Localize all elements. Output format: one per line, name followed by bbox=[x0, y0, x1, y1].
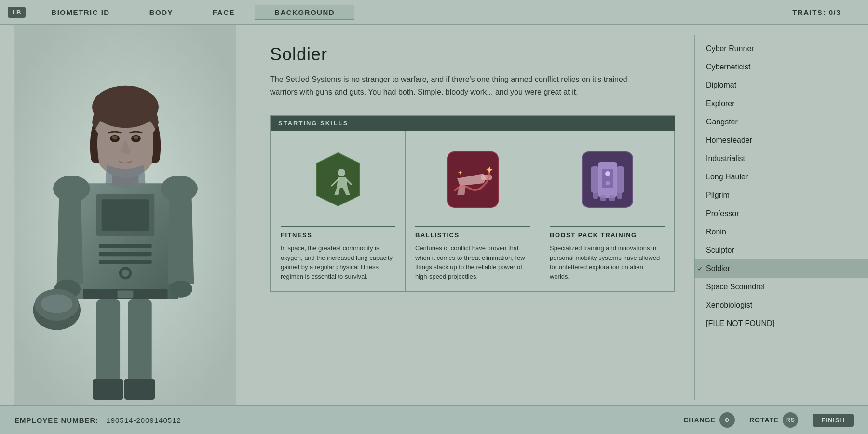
change-control[interactable]: CHANGE ⊕ bbox=[683, 412, 735, 428]
sidebar-item-label: Cyber Runner bbox=[706, 44, 754, 53]
sidebar-item-label: [FILE NOT FOUND] bbox=[706, 319, 774, 328]
sidebar-item-long-hauler[interactable]: Long Hauler bbox=[694, 168, 868, 186]
sidebar-item-label: Professor bbox=[706, 209, 739, 218]
skills-container: STARTING SKILLS bbox=[270, 115, 675, 292]
sidebar-item-ronin[interactable]: Ronin bbox=[694, 223, 868, 241]
rotate-control[interactable]: ROTATE RS bbox=[749, 412, 798, 428]
skill-desc-ballistics: Centuries of conflict have proven that w… bbox=[415, 244, 530, 281]
tab-biometric[interactable]: BIOMETRIC ID bbox=[31, 5, 129, 20]
sidebar-item-homesteader[interactable]: Homesteader bbox=[694, 131, 868, 149]
svg-point-30 bbox=[338, 169, 345, 176]
bottom-controls: CHANGE ⊕ ROTATE RS FINISH bbox=[683, 412, 854, 428]
sidebar-item-space-scoundrel[interactable]: Space Scoundrel bbox=[694, 278, 868, 296]
skill-desc-boost: Specialized training and innovations in … bbox=[550, 244, 665, 281]
sidebar-item-label: Homesteader bbox=[706, 136, 752, 145]
skill-icon-fitness bbox=[281, 141, 395, 218]
skills-header: STARTING SKILLS bbox=[271, 116, 675, 131]
sidebar-item-label: Cyberneticist bbox=[706, 63, 750, 71]
lb-button[interactable]: LB bbox=[8, 7, 26, 18]
character-portrait-area bbox=[0, 25, 251, 405]
skills-grid: FITNESS In space, the greatest commodity… bbox=[271, 131, 675, 291]
svg-rect-28 bbox=[118, 291, 134, 298]
svg-rect-11 bbox=[99, 260, 151, 264]
change-label: CHANGE bbox=[683, 416, 716, 424]
sidebar-item-label: Long Hauler bbox=[706, 173, 748, 181]
svg-rect-37 bbox=[593, 191, 598, 199]
svg-point-26 bbox=[122, 270, 129, 277]
svg-rect-9 bbox=[99, 244, 151, 248]
sidebar-item-label: Diplomat bbox=[706, 81, 736, 90]
skill-card-boost: BOOST PACK TRAINING Specialized training… bbox=[540, 131, 674, 291]
sidebar-item-label: Xenobiologist bbox=[706, 301, 752, 310]
svg-point-16 bbox=[41, 294, 73, 313]
skill-icon-boost bbox=[550, 141, 665, 218]
svg-point-23 bbox=[112, 136, 118, 140]
character-portrait bbox=[0, 25, 251, 405]
rotate-button[interactable]: RS bbox=[783, 412, 798, 428]
employee-number: 190514-2009140512 bbox=[106, 416, 181, 424]
skill-desc-fitness: In space, the greatest commodity is oxyg… bbox=[281, 244, 395, 281]
skill-card-fitness: FITNESS In space, the greatest commodity… bbox=[271, 131, 405, 291]
svg-rect-40 bbox=[609, 195, 615, 201]
sidebar-item-label: Industrialist bbox=[706, 154, 745, 163]
sidebar-item-xenobiologist[interactable]: Xenobiologist bbox=[694, 296, 868, 314]
skill-name-boost: BOOST PACK TRAINING bbox=[550, 226, 665, 239]
change-button[interactable]: ⊕ bbox=[719, 412, 735, 428]
svg-point-42 bbox=[605, 171, 610, 176]
tab-traits[interactable]: TRAITS: 0/3 bbox=[773, 5, 860, 19]
svg-rect-32 bbox=[481, 175, 492, 180]
employee-label: EMPLOYEE NUMBER: bbox=[14, 416, 98, 424]
sidebar-item-explorer[interactable]: Explorer bbox=[694, 95, 868, 113]
sidebar-item-label: Ronin bbox=[706, 228, 726, 236]
tab-background[interactable]: BACKGROUND bbox=[255, 5, 354, 20]
sidebar-item-file-not-found[interactable]: [FILE NOT FOUND] bbox=[694, 314, 868, 333]
sidebar-item-label: Sculptor bbox=[706, 246, 734, 255]
tab-body[interactable]: BODY bbox=[130, 5, 193, 20]
sidebar-item-cyberneticist[interactable]: Cyberneticist bbox=[694, 58, 868, 76]
svg-rect-4 bbox=[124, 379, 155, 400]
sidebar-item-gangster[interactable]: Gangster bbox=[694, 113, 868, 131]
bottom-bar: EMPLOYEE NUMBER: 190514-2009140512 CHANG… bbox=[0, 405, 868, 434]
sidebar-item-diplomat[interactable]: Diplomat bbox=[694, 76, 868, 95]
sidebar-item-sculptor[interactable]: Sculptor bbox=[694, 241, 868, 259]
background-list-sidebar: Cyber RunnerCyberneticistDiplomatExplore… bbox=[694, 35, 868, 400]
sidebar-item-label: Explorer bbox=[706, 99, 735, 108]
svg-rect-36 bbox=[616, 166, 624, 193]
sidebar-item-professor[interactable]: Professor bbox=[694, 204, 868, 223]
tab-face[interactable]: FACE bbox=[193, 5, 255, 20]
svg-rect-6 bbox=[102, 199, 149, 231]
main-content-area: Soldier The Settled Systems is no strang… bbox=[256, 35, 690, 400]
sidebar-item-label: Gangster bbox=[706, 118, 738, 126]
svg-rect-38 bbox=[617, 191, 622, 199]
background-description: The Settled Systems is no stranger to wa… bbox=[270, 73, 637, 98]
sidebar-item-label: Pilgrim bbox=[706, 191, 730, 200]
skill-name-fitness: FITNESS bbox=[281, 226, 395, 239]
skill-name-ballistics: BALLISTICS bbox=[415, 226, 530, 239]
finish-button[interactable]: FINISH bbox=[813, 414, 854, 427]
sidebar-item-label: Soldier bbox=[706, 264, 730, 273]
skill-icon-ballistics bbox=[415, 141, 530, 218]
sidebar-item-soldier[interactable]: ✓Soldier bbox=[694, 259, 868, 278]
sidebar-item-pilgrim[interactable]: Pilgrim bbox=[694, 186, 868, 204]
sidebar-item-label: Space Scoundrel bbox=[706, 283, 765, 291]
svg-point-43 bbox=[606, 181, 610, 185]
svg-rect-10 bbox=[99, 252, 151, 257]
svg-rect-3 bbox=[93, 379, 123, 400]
sidebar-item-cyber-runner[interactable]: Cyber Runner bbox=[694, 40, 868, 58]
svg-point-17 bbox=[169, 281, 192, 298]
top-navigation: LB BIOMETRIC ID BODY FACE BACKGROUND TRA… bbox=[0, 0, 868, 25]
svg-point-24 bbox=[133, 136, 138, 140]
background-title: Soldier bbox=[270, 44, 675, 65]
rotate-label: ROTATE bbox=[749, 416, 779, 424]
checkmark-icon: ✓ bbox=[697, 265, 703, 272]
skill-card-ballistics: BALLISTICS Centuries of conflict have pr… bbox=[406, 131, 540, 291]
svg-rect-35 bbox=[591, 166, 599, 193]
svg-rect-39 bbox=[600, 195, 606, 201]
sidebar-item-industrialist[interactable]: Industrialist bbox=[694, 149, 868, 168]
